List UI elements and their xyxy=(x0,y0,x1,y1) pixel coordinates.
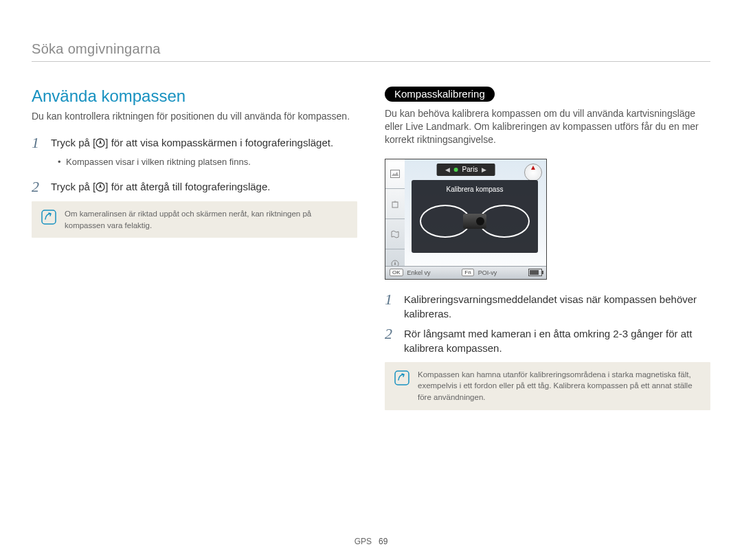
svg-rect-3 xyxy=(391,170,400,178)
note-box: Kompassen kan hamna utanför kalibrerings… xyxy=(385,362,710,410)
right-step-1: 1 Kalibreringsvarningsmeddelandet visas … xyxy=(385,292,710,321)
note-box: Om kameralinsen är riktad uppåt och skär… xyxy=(32,201,357,238)
note-text: Kompassen kan hamna utanför kalibrerings… xyxy=(418,369,701,403)
camera-icon xyxy=(463,214,486,229)
fn-key-icon: Fn xyxy=(462,269,473,276)
overlay-title: Kalibrera kompass xyxy=(417,186,532,193)
svg-rect-4 xyxy=(392,202,398,208)
step-2: 2 Tryck på [] för att återgå till fotogr… xyxy=(32,179,357,194)
left-column: Använda kompassen Du kan kontrollera rik… xyxy=(32,87,357,410)
step-1-text: Tryck på [] för att visa kompasskärmen i… xyxy=(51,135,333,150)
right-step-2-text: Rör långsamt med kameran i en åtta omkri… xyxy=(404,326,710,355)
sidebar-btn-map xyxy=(385,219,405,249)
sidebar-btn-landmark xyxy=(385,189,405,219)
step-1-bullets: Kompassen visar i vilken riktning platse… xyxy=(58,156,357,168)
page-footer: GPS 69 xyxy=(355,537,388,546)
note-icon xyxy=(41,210,56,225)
gps-dot-icon xyxy=(454,168,458,172)
step-number: 2 xyxy=(32,179,44,194)
camera-bottom-bar: OK Enkel vy Fn POI-vy xyxy=(385,266,546,279)
step-number: 1 xyxy=(385,292,397,321)
compass-icon xyxy=(95,138,105,148)
section-heading: Använda kompassen xyxy=(32,87,357,106)
battery-icon xyxy=(528,269,542,276)
loop-right xyxy=(479,205,530,238)
step-number: 1 xyxy=(32,135,44,150)
ok-key-icon: OK xyxy=(390,269,403,276)
note-text: Om kameralinsen är riktad uppåt och skär… xyxy=(65,208,348,231)
sidebar-btn-landscape xyxy=(385,159,405,190)
camera-screen-illustration: ◀ Paris ▶ Kalibrera kompass OK xyxy=(385,159,547,280)
bullet-item: Kompassen visar i vilken riktning platse… xyxy=(58,156,357,168)
compass-dial-icon xyxy=(524,164,542,181)
left-arrow-icon: ◀ xyxy=(445,166,450,173)
right-column: Kompasskalibrering Du kan behöva kalibre… xyxy=(385,87,710,410)
footer-page-number: 69 xyxy=(379,537,387,546)
content-columns: Använda kompassen Du kan kontrollera rik… xyxy=(32,87,710,410)
breadcrumb: Söka omgivningarna xyxy=(32,41,710,62)
intro-paragraph: Du kan kontrollera riktningen för positi… xyxy=(32,110,357,123)
right-step-1-text: Kalibreringsvarningsmeddelandet visas nä… xyxy=(404,292,710,321)
location-label: Paris xyxy=(462,166,478,173)
compass-icon xyxy=(95,182,105,192)
subsection-pill: Kompasskalibrering xyxy=(385,87,495,102)
step-number: 2 xyxy=(385,326,397,355)
right-intro: Du kan behöva kalibrera kompassen om du … xyxy=(385,107,710,146)
camera-sidebar xyxy=(385,159,405,279)
footer-label: GPS xyxy=(355,537,372,546)
svg-rect-2 xyxy=(42,210,56,224)
step-1-pre: Tryck på [ xyxy=(51,137,95,148)
step-1-post: ] för att visa kompasskärmen i fotografe… xyxy=(105,137,333,148)
bottom-right-label: POI-vy xyxy=(478,269,497,276)
note-icon xyxy=(394,370,409,385)
calibration-overlay: Kalibrera kompass xyxy=(412,180,538,253)
step-2-pre: Tryck på [ xyxy=(51,181,95,192)
step-2-post: ] för att återgå till fotograferingsläge… xyxy=(105,181,270,192)
camera-location-bar: ◀ Paris ▶ xyxy=(437,164,495,176)
step-2-text: Tryck på [] för att återgå till fotograf… xyxy=(51,179,270,194)
step-1: 1 Tryck på [] för att visa kompasskärmen… xyxy=(32,135,357,150)
right-step-2: 2 Rör långsamt med kameran i en åtta omk… xyxy=(385,326,710,355)
figure-eight-graphic xyxy=(417,197,532,245)
manual-page: Söka omgivningarna Använda kompassen Du … xyxy=(32,0,710,560)
svg-rect-6 xyxy=(395,371,409,385)
right-arrow-icon: ▶ xyxy=(482,166,486,173)
bottom-left-label: Enkel vy xyxy=(407,269,431,276)
